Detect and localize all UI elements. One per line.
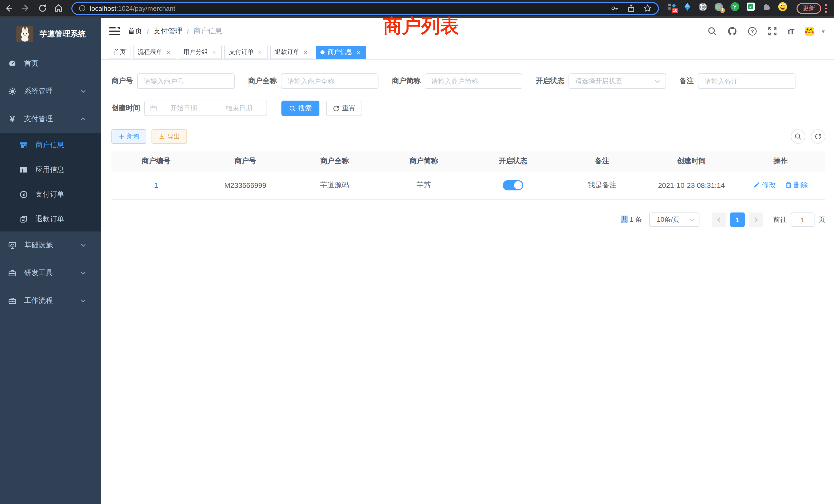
tab-label: 退款订单 — [275, 48, 300, 56]
bookmark-star-icon[interactable] — [643, 4, 652, 12]
github-icon[interactable] — [728, 27, 737, 36]
cell-actions: 修改 删除 — [736, 171, 826, 199]
goto-label: 前往 — [773, 215, 787, 224]
calendar-icon — [150, 105, 157, 112]
extension-emoji-icon[interactable] — [778, 2, 787, 11]
tab-merchant-info[interactable]: 商户信息× — [316, 45, 366, 59]
prev-page-button[interactable] — [712, 212, 726, 227]
short-name-input[interactable] — [425, 73, 522, 89]
sidebar-item-payment[interactable]: ¥ 支付管理 — [0, 105, 101, 133]
close-icon[interactable]: × — [257, 49, 263, 55]
page-content: 商户号 商户全称 商户简称 开启状态 请选择开启状态 — [101, 60, 834, 504]
filter-remark: 备注 — [679, 73, 795, 89]
font-size-icon[interactable]: tT — [788, 27, 794, 36]
extension-pin-icon[interactable] — [683, 2, 691, 11]
extension-notes-icon[interactable] — [747, 3, 755, 11]
page-size-select[interactable]: 10条/页 — [649, 212, 699, 227]
fullscreen-icon[interactable] — [768, 27, 777, 36]
remark-input[interactable] — [698, 73, 795, 89]
sidebar-item-label: 支付管理 — [24, 114, 53, 124]
sidebar-item-refund-order[interactable]: 退款订单 — [0, 207, 101, 231]
sidebar-item-workflow[interactable]: 工作流程 — [0, 287, 101, 315]
search-button[interactable]: 搜索 — [281, 100, 320, 116]
app-logo[interactable]: 芋道管理系统 — [0, 18, 101, 50]
close-icon[interactable]: × — [211, 49, 217, 55]
filter-short-name: 商户简称 — [392, 73, 522, 89]
goto-page-input[interactable] — [791, 212, 814, 227]
extension-command-icon[interactable] — [698, 2, 707, 11]
date-range-picker[interactable]: 开始日期 - 结束日期 — [144, 100, 267, 116]
sidebar-item-label: 应用信息 — [36, 165, 64, 175]
tab-label: 商户信息 — [328, 48, 352, 56]
export-button[interactable]: 导出 — [152, 129, 187, 144]
delete-link[interactable]: 删除 — [785, 181, 808, 190]
toolbox-icon — [8, 269, 17, 277]
tab-process-form[interactable]: 流程表单× — [133, 45, 176, 59]
sidebar-item-label: 退款订单 — [36, 214, 64, 224]
app-title: 芋道管理系统 — [40, 29, 86, 39]
close-icon[interactable]: × — [355, 49, 361, 55]
full-name-input[interactable] — [281, 73, 378, 89]
sidebar-item-system[interactable]: 系统管理 — [0, 77, 101, 105]
delete-link-label: 删除 — [793, 181, 808, 190]
address-bar-actions — [611, 4, 652, 12]
annotation-title: 商户列表 — [383, 17, 459, 36]
extension-tabs-icon[interactable]: 10 — [667, 2, 676, 11]
sidebar-item-home[interactable]: 首页 — [0, 50, 101, 77]
avatar[interactable] — [805, 27, 814, 36]
page-size-value: 10条/页 — [657, 215, 679, 224]
merchant-id-input[interactable] — [137, 73, 235, 89]
extensions-puzzle-icon[interactable] — [762, 2, 771, 11]
extension-y-icon[interactable]: Y — [730, 2, 740, 11]
browser-forward-icon[interactable] — [21, 4, 30, 13]
tab-label: 流程表单 — [138, 48, 162, 56]
svg-text:Y: Y — [733, 4, 737, 10]
breadcrumb-payment[interactable]: 支付管理 — [154, 27, 182, 36]
password-key-icon[interactable] — [611, 4, 619, 12]
sidebar-collapse-icon[interactable] — [109, 27, 120, 36]
tab-user-group[interactable]: 用户分组× — [179, 45, 222, 59]
browser-back-icon[interactable] — [4, 4, 13, 13]
reset-button[interactable]: 重置 — [326, 100, 362, 116]
browser-menu-icon[interactable] — [825, 4, 827, 13]
tab-refund-order[interactable]: 退款订单× — [270, 45, 313, 59]
sidebar-item-pay-order[interactable]: ¥ 支付订单 — [0, 182, 101, 207]
extension-badge-1: 1 — [720, 7, 725, 13]
tab-label: 支付订单 — [229, 48, 254, 56]
share-icon[interactable] — [627, 4, 635, 12]
sidebar-item-merchant-info[interactable]: 商户信息 — [0, 133, 101, 158]
next-page-button[interactable] — [749, 212, 763, 227]
help-icon[interactable]: ? — [748, 27, 757, 36]
tab-home[interactable]: 首页 — [109, 45, 130, 59]
close-icon[interactable]: × — [166, 49, 172, 55]
field-label: 备注 — [679, 76, 694, 86]
close-icon[interactable]: × — [303, 49, 309, 55]
breadcrumb-home[interactable]: 首页 — [128, 27, 142, 36]
sidebar-item-app-info[interactable]: 应用信息 — [0, 158, 101, 182]
filter-row-1: 商户号 商户全称 商户简称 开启状态 请选择开启状态 — [111, 73, 825, 89]
cell-short-name: 芋艿 — [379, 171, 468, 199]
refresh-table-button[interactable] — [811, 129, 825, 144]
browser-update-button[interactable]: 更新 — [796, 3, 821, 14]
tab-pay-order[interactable]: 支付订单× — [224, 45, 267, 59]
sidebar-item-dev-tools[interactable]: 研发工具 — [0, 259, 101, 287]
status-select[interactable]: 请选择开启状态 — [569, 73, 666, 89]
field-label: 商户号 — [111, 76, 133, 86]
chevron-down-icon — [80, 88, 86, 94]
page-number-1[interactable]: 1 — [730, 212, 745, 227]
table-row: 1 M233666999 芋道源码 芋艿 我是备注 2021-10-23 08:… — [111, 171, 825, 199]
add-button[interactable]: 新增 — [111, 129, 146, 144]
address-bar[interactable]: localhost:1024/pay/merchant — [71, 2, 659, 15]
browser-home-icon[interactable] — [54, 4, 63, 13]
end-date-placeholder: 结束日期 — [217, 104, 261, 113]
navbar-actions: ? tT ▼ — [708, 27, 826, 36]
browser-refresh-icon[interactable] — [38, 4, 47, 13]
site-info-icon[interactable] — [79, 5, 86, 12]
status-toggle[interactable] — [503, 180, 523, 190]
search-icon[interactable] — [708, 27, 717, 36]
sidebar-item-infrastructure[interactable]: 基础设施 — [0, 231, 101, 259]
avatar-caret-icon[interactable]: ▼ — [821, 28, 826, 34]
edit-link[interactable]: 修改 — [753, 181, 776, 190]
extension-proxy-icon[interactable]: 1 — [714, 2, 723, 11]
show-search-button[interactable] — [791, 129, 805, 144]
